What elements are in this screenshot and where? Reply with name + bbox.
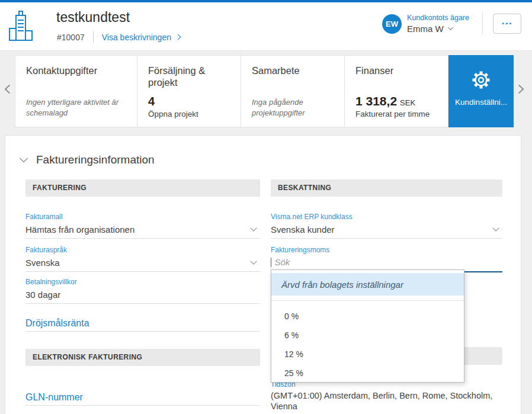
ellipsis-icon: ... bbox=[502, 15, 513, 27]
field-value: 30 dagar bbox=[25, 290, 60, 300]
divider bbox=[93, 31, 94, 43]
card-title: Kontaktuppgifter bbox=[26, 65, 126, 76]
card-title: Finanser bbox=[355, 65, 437, 76]
input-placeholder: Sök bbox=[274, 257, 290, 267]
chevron-down-icon bbox=[250, 224, 257, 231]
show-description-link[interactable]: Visa beskrivningen bbox=[102, 33, 171, 42]
carousel-next-icon[interactable] bbox=[515, 85, 524, 94]
section-header-fakturering: FAKTURERING bbox=[25, 179, 260, 197]
field-label: Visma.net ERP kundklass bbox=[271, 213, 502, 221]
card-forsaljning-projekt[interactable]: Försäljning & projekt 4 Öppna projekt bbox=[137, 55, 241, 127]
customer-number: #10007 bbox=[57, 33, 85, 42]
chevron-down-icon bbox=[492, 224, 499, 231]
gear-icon bbox=[470, 69, 492, 91]
field-fakturamall: Fakturamall Hämtas från organisationen bbox=[25, 213, 260, 239]
more-actions-button[interactable]: ... bbox=[493, 14, 521, 34]
card-finanser[interactable]: Finanser 1 318,2 SEK Fakturerat per timm… bbox=[345, 55, 448, 127]
card-kontaktuppgifter[interactable]: Kontaktuppgifter Ingen ytterligare aktiv… bbox=[15, 55, 137, 127]
section-header-elektronisk-fakturering: ELEKTRONISK FAKTURERING bbox=[25, 349, 260, 366]
open-projects-count: 4 bbox=[148, 95, 230, 108]
tidszon-value[interactable]: (GMT+01:00) Amsterdam, Berlin, Bern, Rom… bbox=[271, 390, 502, 414]
breadcrumb: #10007 Visa beskrivningen bbox=[57, 31, 180, 43]
field-value: Svenska kunder bbox=[271, 224, 335, 235]
dropdown-option[interactable]: 25 % bbox=[271, 364, 464, 383]
card-note: Ingen ytterligare aktivitet är schemalag… bbox=[26, 97, 126, 118]
chevron-down-icon bbox=[447, 24, 453, 30]
fakturasprak-select[interactable]: Svenska bbox=[25, 257, 260, 272]
owner-name-dropdown[interactable]: Emma W bbox=[407, 24, 469, 34]
stat-caption: Fakturerat per timme bbox=[355, 110, 437, 118]
faktureringsmoms-dropdown: Ärvd från bolagets inställningar 0 % 6 %… bbox=[271, 269, 464, 383]
divider bbox=[482, 13, 483, 34]
dropdown-option[interactable]: 0 % bbox=[271, 307, 464, 326]
card-samarbete[interactable]: Samarbete Inga pågående projektuppgifter bbox=[241, 55, 345, 127]
field-value: Hämtas från organisationen bbox=[25, 224, 134, 235]
currency-unit: SEK bbox=[400, 98, 415, 107]
owner-role-label: Kundkontots ägare bbox=[407, 14, 469, 22]
card-note: Inga pågående projektuppgifter bbox=[252, 97, 334, 118]
gln-nummer-field[interactable]: GLN-nummer bbox=[25, 391, 260, 406]
kundklass-select[interactable]: Svenska kunder bbox=[271, 224, 502, 239]
customer-building-icon bbox=[7, 9, 34, 46]
owner-name: Emma W bbox=[407, 24, 444, 34]
card-title: Kundinställni... bbox=[455, 98, 507, 107]
chevron-right-icon[interactable] bbox=[175, 34, 181, 40]
page-header: testkundtest #10007 Visa beskrivningen E… bbox=[0, 2, 532, 51]
text-cursor bbox=[271, 258, 271, 267]
field-fakturasprak: Fakturaspråk Svenska bbox=[25, 246, 260, 272]
section-header-beskattning: BESKATTNING bbox=[271, 179, 502, 197]
field-value: Svenska bbox=[25, 258, 60, 268]
field-label: Faktureringsmoms bbox=[271, 246, 502, 254]
drojsmalsranta-field[interactable]: Dröjsmålsränta bbox=[25, 317, 260, 332]
dropdown-option[interactable]: 12 % bbox=[271, 345, 464, 364]
fakturamall-select[interactable]: Hämtas från organisationen bbox=[25, 224, 260, 239]
summary-card-carousel: Kontaktuppgifter Ingen ytterligare aktiv… bbox=[0, 55, 532, 127]
field-label: Betalningsvillkor bbox=[25, 278, 260, 286]
stat-caption: Öppna projekt bbox=[148, 110, 230, 118]
billing-information-panel: Faktureringsinformation FAKTURERING Fakt… bbox=[5, 135, 521, 414]
field-label: Fakturaspråk bbox=[25, 246, 260, 254]
billed-per-hour-value: 1 318,2 bbox=[355, 94, 397, 108]
field-label: Fakturamall bbox=[25, 213, 260, 221]
card-kundinstallningar-active[interactable]: Kundinställni... bbox=[448, 55, 514, 127]
card-title: Försäljning & projekt bbox=[148, 65, 230, 88]
carousel-prev-icon[interactable] bbox=[5, 85, 14, 94]
dropdown-option[interactable]: 6 % bbox=[271, 326, 464, 345]
field-faktureringsmoms: Faktureringsmoms Sök bbox=[271, 246, 502, 272]
owner-avatar[interactable]: EW bbox=[382, 14, 402, 34]
dropdown-option-inherited[interactable]: Ärvd från bolagets inställningar bbox=[271, 273, 464, 296]
field-betalningsvillkor: Betalningsvillkor 30 dagar bbox=[25, 278, 260, 304]
page-title: testkundtest bbox=[56, 9, 130, 25]
dropdown-option-list: 0 % 6 % 12 % 25 % bbox=[271, 300, 464, 383]
betalningsvillkor-value[interactable]: 30 dagar bbox=[25, 289, 260, 304]
field-kundklass: Visma.net ERP kundklass Svenska kunder bbox=[271, 213, 502, 239]
card-title: Samarbete bbox=[252, 65, 334, 76]
chevron-down-icon bbox=[250, 258, 257, 264]
